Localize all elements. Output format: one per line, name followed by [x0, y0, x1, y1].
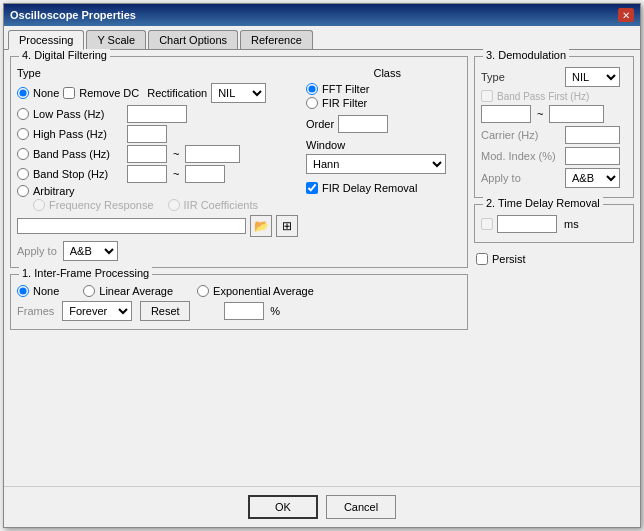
freq-response-radio[interactable]	[33, 199, 45, 211]
if-exp-label: Exponential Average	[213, 285, 314, 297]
window-title: Oscilloscope Properties	[10, 9, 136, 21]
percent-input[interactable]: 10	[224, 302, 264, 320]
tab-bar: Processing Y Scale Chart Options Referen…	[4, 26, 640, 50]
inter-frame-group: 1. Inter-Frame Processing None Linear Av…	[10, 274, 468, 330]
reset-button[interactable]: Reset	[140, 301, 190, 321]
tilde2: ~	[171, 168, 181, 180]
rectification-select[interactable]: NIL	[211, 83, 266, 103]
close-button[interactable]: ✕	[618, 8, 634, 22]
band-stop-input1[interactable]: 0	[127, 165, 167, 183]
time-delay-title: 2. Time Delay Removal	[483, 197, 603, 209]
iir-coeff-radio[interactable]	[168, 199, 180, 211]
bp-first-label: Band Pass First (Hz)	[497, 91, 589, 102]
freq-response-label: Frequency Response	[49, 199, 154, 211]
low-pass-label: Low Pass (Hz)	[33, 108, 123, 120]
remove-dc-checkbox[interactable]	[63, 87, 75, 99]
apply-to-label: Apply to	[17, 245, 57, 257]
mod-index-input[interactable]: 0	[565, 147, 620, 165]
fir-radio-row: FIR Filter	[306, 97, 461, 109]
band-stop-input2[interactable]: 0	[185, 165, 225, 183]
demod-applyto-label: Apply to	[481, 172, 561, 184]
high-pass-input[interactable]: 0	[127, 125, 167, 143]
right-panel: 3. Demodulation Type NIL AM FM PM	[474, 56, 634, 480]
class-label: Class	[373, 67, 401, 79]
title-bar: Oscilloscope Properties ✕	[4, 4, 640, 26]
demod-carrier-row: Carrier (Hz) 0	[481, 126, 627, 144]
remove-dc-label: Remove DC	[79, 87, 139, 99]
high-pass-label: High Pass (Hz)	[33, 128, 123, 140]
persist-section: Persist	[474, 249, 634, 271]
progress-bar-area: 📂 ⊞	[17, 215, 298, 237]
mod-index-label: Mod. Index (%)	[481, 150, 561, 162]
cancel-button[interactable]: Cancel	[326, 495, 396, 519]
low-pass-row: Low Pass (Hz) 200000	[17, 105, 298, 123]
low-pass-radio[interactable]	[17, 108, 29, 120]
order-row: Order 32	[306, 115, 461, 133]
band-pass-input2[interactable]: 200000	[185, 145, 240, 163]
frames-label: Frames	[17, 305, 54, 317]
demod-modindex-row: Mod. Index (%) 0	[481, 147, 627, 165]
content-area: 4. Digital Filtering Type Class	[4, 50, 640, 486]
if-none-radio[interactable]	[17, 285, 29, 297]
time-delay-row: 0 ms	[481, 215, 627, 233]
carrier-input[interactable]: 0	[565, 126, 620, 144]
fft-radio-row: FFT Filter	[306, 83, 461, 95]
time-delay-checkbox[interactable]	[481, 218, 493, 230]
demod-applyto-select[interactable]: A&B A B	[565, 168, 620, 188]
low-pass-input[interactable]: 200000	[127, 105, 187, 123]
percent-symbol: %	[270, 305, 280, 317]
order-label: Order	[306, 118, 334, 130]
tab-processing[interactable]: Processing	[8, 30, 84, 50]
band-pass-input1[interactable]: 0	[127, 145, 167, 163]
persist-row: Persist	[476, 253, 632, 265]
high-pass-radio[interactable]	[17, 128, 29, 140]
if-exp-radio[interactable]	[197, 285, 209, 297]
none-label: None	[33, 87, 59, 99]
demod-bp-input-row: 0 ~ 200000	[481, 105, 627, 123]
tab-yscale[interactable]: Y Scale	[86, 30, 146, 49]
filter-right: FFT Filter FIR Filter Order 32	[306, 83, 461, 261]
time-delay-input[interactable]: 0	[497, 215, 557, 233]
order-input[interactable]: 32	[338, 115, 388, 133]
bottom-bar: OK Cancel	[4, 486, 640, 527]
main-window: Oscilloscope Properties ✕ Processing Y S…	[3, 3, 641, 528]
none-radio[interactable]	[17, 87, 29, 99]
grid-icon-btn[interactable]: ⊞	[276, 215, 298, 237]
persist-checkbox[interactable]	[476, 253, 488, 265]
demod-type-label: Type	[481, 71, 561, 83]
if-linear-radio[interactable]	[83, 285, 95, 297]
band-stop-radio[interactable]	[17, 168, 29, 180]
tab-chart-options[interactable]: Chart Options	[148, 30, 238, 49]
bp-val1-input[interactable]: 0	[481, 105, 531, 123]
fir-delay-label: FIR Delay Removal	[322, 182, 417, 194]
frames-select[interactable]: Forever 10 50 100	[62, 301, 132, 321]
progress-bar	[17, 218, 246, 234]
fir-filter-radio[interactable]	[306, 97, 318, 109]
open-icon-btn[interactable]: 📂	[250, 215, 272, 237]
filter-left: None Remove DC Rectification NIL	[17, 83, 298, 261]
arbitrary-radio[interactable]	[17, 185, 29, 197]
arbitrary-label: Arbitrary	[33, 185, 75, 197]
digital-filtering-title: 4. Digital Filtering	[19, 49, 110, 61]
apply-to-select[interactable]: A&B A B	[63, 241, 118, 261]
window-select[interactable]: Hann Hamming Blackman Rectangular	[306, 154, 446, 174]
tab-reference[interactable]: Reference	[240, 30, 313, 49]
if-none-label: None	[33, 285, 59, 297]
fir-delay-checkbox[interactable]	[306, 182, 318, 194]
bp-val2-input[interactable]: 200000	[549, 105, 604, 123]
bp-first-checkbox[interactable]	[481, 90, 493, 102]
ok-button[interactable]: OK	[248, 495, 318, 519]
demodulation-group: 3. Demodulation Type NIL AM FM PM	[474, 56, 634, 198]
carrier-label: Carrier (Hz)	[481, 129, 561, 141]
demod-bp-label-row: Band Pass First (Hz)	[481, 90, 627, 102]
filtering-content: Type Class None Remove DC R	[17, 67, 461, 261]
inter-frame-title: 1. Inter-Frame Processing	[19, 267, 152, 279]
demod-type-select[interactable]: NIL AM FM PM	[565, 67, 620, 87]
rectification-label: Rectification	[147, 87, 207, 99]
tilde1: ~	[171, 148, 181, 160]
band-pass-radio[interactable]	[17, 148, 29, 160]
fft-filter-radio[interactable]	[306, 83, 318, 95]
band-pass-label: Band Pass (Hz)	[33, 148, 123, 160]
window-section: Window Hann Hamming Blackman Rectangular	[306, 139, 461, 174]
ms-label: ms	[564, 218, 579, 230]
